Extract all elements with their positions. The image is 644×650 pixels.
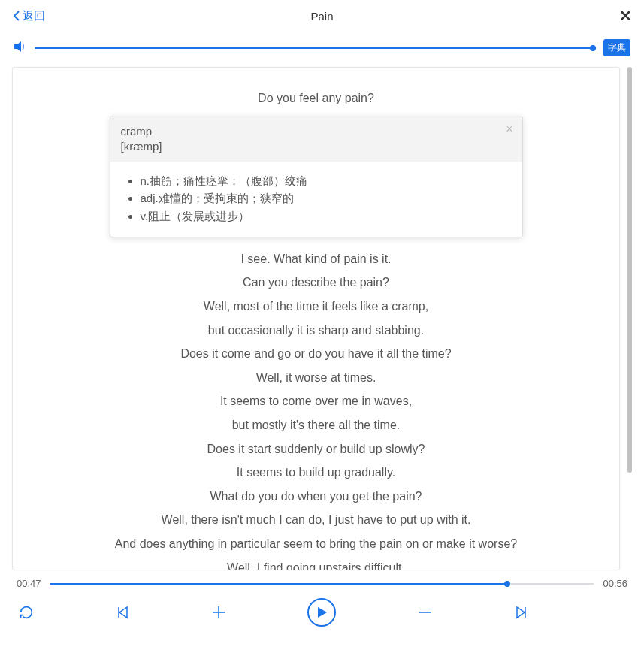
- definition-item: n.抽筋；痛性痉挛；（腹部）绞痛: [141, 172, 507, 189]
- transcript-line[interactable]: Do you feel any pain?: [31, 89, 601, 108]
- transcript-line[interactable]: but occasionally it is sharp and stabbin…: [31, 321, 601, 340]
- dictionary-button[interactable]: 字典: [603, 39, 630, 56]
- popover-header: cramp [kræmp] ×: [110, 116, 522, 162]
- playback-controls: [0, 592, 644, 636]
- transcript-line[interactable]: It seems to build up gradually.: [31, 463, 601, 482]
- transcript-line[interactable]: Does it start suddenly or build up slowl…: [31, 440, 601, 459]
- scrollbar[interactable]: [624, 67, 632, 570]
- time-total: 00:56: [603, 578, 627, 589]
- definition-item: v.阻止（发展或进步）: [141, 207, 507, 225]
- previous-button[interactable]: [115, 605, 130, 620]
- header: 返回 Pain ✕: [0, 0, 644, 32]
- next-button[interactable]: [514, 605, 529, 620]
- transcript-line[interactable]: And does anything in particular seem to …: [31, 534, 601, 554]
- minus-icon: [417, 604, 434, 621]
- transcript-line[interactable]: Well, most of the time it feels like a c…: [31, 297, 601, 316]
- play-button[interactable]: [307, 598, 336, 627]
- transcript-line[interactable]: Does it come and go or do you have it al…: [31, 344, 601, 364]
- transcript-line[interactable]: It seems to come over me in waves,: [31, 392, 601, 411]
- scrollbar-thumb[interactable]: [627, 67, 632, 473]
- transcript-line[interactable]: Can you describe the pain?: [31, 273, 601, 292]
- back-label: 返回: [23, 9, 45, 23]
- speed-down-button[interactable]: [417, 604, 434, 621]
- back-button[interactable]: 返回: [12, 9, 45, 23]
- transcript-line[interactable]: I see. What kind of pain is it.: [31, 249, 601, 269]
- progress-fill: [50, 583, 507, 585]
- volume-bar: 字典: [0, 32, 644, 64]
- volume-thumb[interactable]: [590, 45, 596, 51]
- dictionary-popover: cramp [kræmp] × n.抽筋；痛性痉挛；（腹部）绞痛 adj.难懂的…: [110, 116, 523, 237]
- repeat-button[interactable]: [18, 604, 35, 621]
- repeat-icon: [18, 604, 35, 621]
- play-icon: [316, 606, 327, 618]
- transcript-line[interactable]: Well, there isn't much I can do, I just …: [31, 510, 601, 530]
- transcript-line[interactable]: but mostly it's there all the time.: [31, 416, 601, 435]
- plus-icon: [210, 604, 227, 621]
- close-icon: ×: [506, 122, 512, 135]
- transcript-line[interactable]: Well, I find going upstairs difficult.: [31, 558, 601, 570]
- skip-back-icon: [115, 605, 130, 620]
- progress-thumb[interactable]: [504, 581, 510, 587]
- definition-item: adj.难懂的；受拘束的；狭窄的: [141, 189, 507, 207]
- skip-forward-icon: [514, 605, 529, 620]
- close-icon: ✕: [619, 8, 632, 24]
- time-current: 00:47: [17, 578, 41, 589]
- transcript-panel: Do you feel any pain? cramp [kræmp] × n.…: [12, 67, 620, 570]
- chevron-left-icon: [12, 10, 21, 22]
- progress-bar: 00:47 00:56: [0, 570, 644, 592]
- volume-slider[interactable]: [35, 47, 596, 49]
- popover-word: cramp: [121, 124, 512, 139]
- page-title: Pain: [310, 10, 333, 23]
- transcript-line[interactable]: What do you do when you get the pain?: [31, 487, 601, 506]
- popover-body: n.抽筋；痛性痉挛；（腹部）绞痛 adj.难懂的；受拘束的；狭窄的 v.阻止（发…: [110, 162, 522, 237]
- transcript-line[interactable]: Well, it worse at times.: [31, 368, 601, 388]
- popover-close-button[interactable]: ×: [506, 122, 512, 136]
- volume-icon[interactable]: [14, 41, 27, 56]
- close-button[interactable]: ✕: [619, 8, 632, 23]
- progress-slider[interactable]: [50, 583, 594, 585]
- popover-phonetic: [kræmp]: [121, 139, 512, 154]
- speed-up-button[interactable]: [210, 604, 227, 621]
